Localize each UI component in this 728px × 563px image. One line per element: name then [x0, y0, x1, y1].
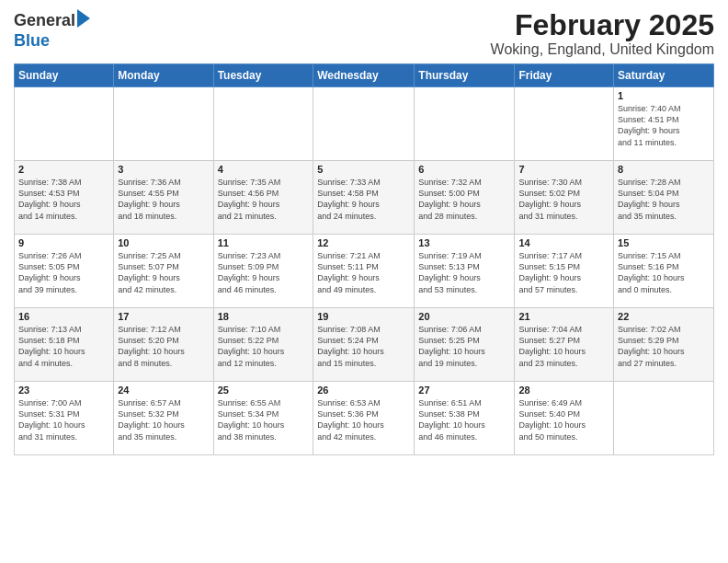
calendar-week-3: 9Sunrise: 7:26 AM Sunset: 5:05 PM Daylig…	[15, 235, 714, 308]
day-number: 1	[618, 90, 710, 101]
calendar-cell	[114, 87, 213, 161]
calendar-cell	[415, 87, 515, 161]
calendar-cell: 8Sunrise: 7:28 AM Sunset: 5:04 PM Daylig…	[614, 161, 714, 235]
day-info: Sunrise: 7:23 AM Sunset: 5:09 PM Dayligh…	[218, 250, 310, 295]
day-number: 23	[18, 385, 109, 396]
calendar-cell: 28Sunrise: 6:49 AM Sunset: 5:40 PM Dayli…	[515, 382, 614, 455]
day-number: 10	[118, 237, 209, 248]
calendar-week-2: 2Sunrise: 7:38 AM Sunset: 4:53 PM Daylig…	[15, 161, 714, 235]
col-header-friday: Friday	[515, 64, 614, 87]
day-info: Sunrise: 7:28 AM Sunset: 5:04 PM Dayligh…	[618, 177, 710, 222]
logo-arrow-icon	[77, 9, 90, 28]
calendar-week-4: 16Sunrise: 7:13 AM Sunset: 5:18 PM Dayli…	[15, 308, 714, 382]
day-info: Sunrise: 7:06 AM Sunset: 5:25 PM Dayligh…	[418, 324, 510, 369]
calendar-cell: 10Sunrise: 7:25 AM Sunset: 5:07 PM Dayli…	[114, 235, 213, 308]
day-number: 18	[218, 311, 310, 322]
day-number: 27	[418, 385, 510, 396]
col-header-saturday: Saturday	[614, 64, 714, 87]
calendar-cell	[614, 382, 714, 455]
header: General Blue February 2025 Woking, Engla…	[14, 9, 714, 58]
calendar-week-1: 1Sunrise: 7:40 AM Sunset: 4:51 PM Daylig…	[15, 87, 714, 161]
day-info: Sunrise: 7:13 AM Sunset: 5:18 PM Dayligh…	[18, 324, 109, 369]
day-number: 7	[518, 164, 609, 175]
calendar-cell: 12Sunrise: 7:21 AM Sunset: 5:11 PM Dayli…	[313, 235, 415, 308]
calendar-cell: 17Sunrise: 7:12 AM Sunset: 5:20 PM Dayli…	[114, 308, 213, 382]
calendar-cell: 4Sunrise: 7:35 AM Sunset: 4:56 PM Daylig…	[213, 161, 313, 235]
logo-blue: Blue	[14, 31, 50, 51]
calendar-week-5: 23Sunrise: 7:00 AM Sunset: 5:31 PM Dayli…	[15, 382, 714, 455]
calendar-cell	[213, 87, 313, 161]
calendar-cell: 18Sunrise: 7:10 AM Sunset: 5:22 PM Dayli…	[213, 308, 313, 382]
day-number: 19	[317, 311, 410, 322]
calendar-cell: 20Sunrise: 7:06 AM Sunset: 5:25 PM Dayli…	[415, 308, 515, 382]
col-header-tuesday: Tuesday	[213, 64, 313, 87]
day-number: 24	[118, 385, 209, 396]
day-number: 3	[118, 164, 209, 175]
day-info: Sunrise: 7:21 AM Sunset: 5:11 PM Dayligh…	[317, 250, 410, 295]
day-info: Sunrise: 7:26 AM Sunset: 5:05 PM Dayligh…	[18, 250, 109, 295]
day-info: Sunrise: 7:17 AM Sunset: 5:15 PM Dayligh…	[518, 250, 609, 295]
col-header-thursday: Thursday	[415, 64, 515, 87]
calendar-cell: 23Sunrise: 7:00 AM Sunset: 5:31 PM Dayli…	[15, 382, 114, 455]
day-number: 12	[317, 237, 410, 248]
day-number: 13	[418, 237, 510, 248]
calendar-cell: 14Sunrise: 7:17 AM Sunset: 5:15 PM Dayli…	[515, 235, 614, 308]
logo-text: General	[14, 9, 90, 31]
day-number: 16	[18, 311, 109, 322]
calendar-cell: 11Sunrise: 7:23 AM Sunset: 5:09 PM Dayli…	[213, 235, 313, 308]
day-number: 26	[317, 385, 410, 396]
day-info: Sunrise: 7:04 AM Sunset: 5:27 PM Dayligh…	[518, 324, 609, 369]
day-number: 9	[18, 237, 109, 248]
calendar-cell	[313, 87, 415, 161]
calendar-cell: 25Sunrise: 6:55 AM Sunset: 5:34 PM Dayli…	[213, 382, 313, 455]
calendar-table: SundayMondayTuesdayWednesdayThursdayFrid…	[14, 63, 714, 455]
day-info: Sunrise: 6:55 AM Sunset: 5:34 PM Dayligh…	[218, 397, 310, 442]
day-info: Sunrise: 7:38 AM Sunset: 4:53 PM Dayligh…	[18, 177, 109, 222]
calendar-cell: 16Sunrise: 7:13 AM Sunset: 5:18 PM Dayli…	[15, 308, 114, 382]
calendar-cell: 19Sunrise: 7:08 AM Sunset: 5:24 PM Dayli…	[313, 308, 415, 382]
day-number: 28	[518, 385, 609, 396]
day-number: 14	[518, 237, 609, 248]
calendar-cell: 22Sunrise: 7:02 AM Sunset: 5:29 PM Dayli…	[614, 308, 714, 382]
col-header-monday: Monday	[114, 64, 213, 87]
calendar-cell: 6Sunrise: 7:32 AM Sunset: 5:00 PM Daylig…	[415, 161, 515, 235]
day-info: Sunrise: 6:49 AM Sunset: 5:40 PM Dayligh…	[518, 397, 609, 442]
day-number: 11	[218, 237, 310, 248]
day-info: Sunrise: 7:15 AM Sunset: 5:16 PM Dayligh…	[618, 250, 710, 295]
day-number: 2	[18, 164, 109, 175]
day-info: Sunrise: 7:12 AM Sunset: 5:20 PM Dayligh…	[118, 324, 209, 369]
calendar-cell: 24Sunrise: 6:57 AM Sunset: 5:32 PM Dayli…	[114, 382, 213, 455]
calendar-cell: 13Sunrise: 7:19 AM Sunset: 5:13 PM Dayli…	[415, 235, 515, 308]
calendar-cell: 7Sunrise: 7:30 AM Sunset: 5:02 PM Daylig…	[515, 161, 614, 235]
day-info: Sunrise: 7:36 AM Sunset: 4:55 PM Dayligh…	[118, 177, 209, 222]
calendar-cell	[15, 87, 114, 161]
page: General Blue February 2025 Woking, Engla…	[0, 0, 728, 563]
day-info: Sunrise: 7:08 AM Sunset: 5:24 PM Dayligh…	[317, 324, 410, 369]
day-number: 21	[518, 311, 609, 322]
day-info: Sunrise: 7:33 AM Sunset: 4:58 PM Dayligh…	[317, 177, 410, 222]
calendar-title: February 2025	[491, 9, 714, 41]
day-info: Sunrise: 7:40 AM Sunset: 4:51 PM Dayligh…	[618, 103, 710, 148]
calendar-header-row: SundayMondayTuesdayWednesdayThursdayFrid…	[15, 64, 714, 87]
title-block: February 2025 Woking, England, United Ki…	[491, 9, 714, 58]
day-info: Sunrise: 7:10 AM Sunset: 5:22 PM Dayligh…	[218, 324, 310, 369]
day-number: 20	[418, 311, 510, 322]
calendar-cell: 15Sunrise: 7:15 AM Sunset: 5:16 PM Dayli…	[614, 235, 714, 308]
day-number: 8	[618, 164, 710, 175]
logo: General Blue	[14, 9, 90, 51]
day-number: 15	[618, 237, 710, 248]
day-info: Sunrise: 6:53 AM Sunset: 5:36 PM Dayligh…	[317, 397, 410, 442]
col-header-sunday: Sunday	[15, 64, 114, 87]
calendar-cell: 9Sunrise: 7:26 AM Sunset: 5:05 PM Daylig…	[15, 235, 114, 308]
calendar-cell: 27Sunrise: 6:51 AM Sunset: 5:38 PM Dayli…	[415, 382, 515, 455]
day-info: Sunrise: 7:32 AM Sunset: 5:00 PM Dayligh…	[418, 177, 510, 222]
day-info: Sunrise: 7:35 AM Sunset: 4:56 PM Dayligh…	[218, 177, 310, 222]
logo-general: General	[14, 11, 75, 30]
day-number: 4	[218, 164, 310, 175]
day-info: Sunrise: 7:25 AM Sunset: 5:07 PM Dayligh…	[118, 250, 209, 295]
calendar-cell: 21Sunrise: 7:04 AM Sunset: 5:27 PM Dayli…	[515, 308, 614, 382]
day-number: 6	[418, 164, 510, 175]
day-info: Sunrise: 7:30 AM Sunset: 5:02 PM Dayligh…	[518, 177, 609, 222]
day-number: 25	[218, 385, 310, 396]
calendar-cell: 3Sunrise: 7:36 AM Sunset: 4:55 PM Daylig…	[114, 161, 213, 235]
